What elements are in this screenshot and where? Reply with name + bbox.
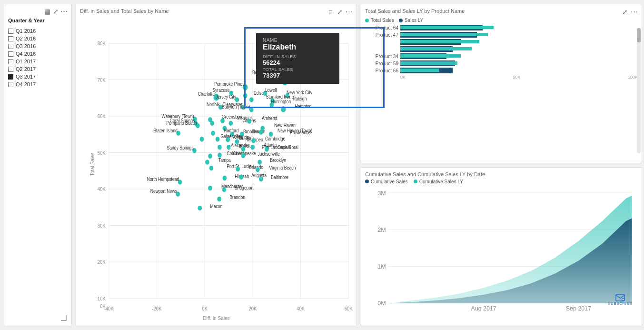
scatter-point-macon[interactable] <box>198 206 202 210</box>
slicer-label-3: Q4 2016 <box>16 51 36 57</box>
scatter-point-hartford[interactable] <box>211 130 215 135</box>
scatter-point-atlanta[interactable] <box>251 145 255 150</box>
svg-text:Huntington: Huntington <box>271 99 291 104</box>
slicer-label-7: Q4 2017 <box>16 81 36 87</box>
svg-text:Pompano Beach: Pompano Beach <box>167 120 197 126</box>
slicer-checkbox-6[interactable] <box>8 74 13 80</box>
bar-axis: 0K 50K 100K <box>365 75 638 80</box>
svg-text:60K: 60K <box>345 305 353 311</box>
scatter-x-label: Diff. in Sales <box>203 316 230 321</box>
bar-track-0[interactable] <box>400 25 630 30</box>
svg-text:Lowell: Lowell <box>265 87 277 93</box>
slicer-checkbox-0[interactable] <box>8 29 13 34</box>
slicer-item-0[interactable]: Q1 2016 <box>8 27 68 35</box>
slicer-item-1[interactable]: Q2 2016 <box>8 35 68 42</box>
scatter-point-virginiabeach[interactable] <box>256 167 260 172</box>
expand-icon[interactable]: ⤢ <box>52 8 59 15</box>
scatter-area: Total Sales <box>80 23 353 323</box>
scatter-point-rochester[interactable] <box>210 120 214 125</box>
slicer-item-3[interactable]: Q4 2016 <box>8 50 68 58</box>
scatter-point-augusta[interactable] <box>239 175 243 180</box>
scatter-point-bridgeport[interactable] <box>222 187 227 192</box>
bar-track-1[interactable] <box>400 32 630 38</box>
slicer-item-7[interactable]: Q4 2017 <box>8 80 68 88</box>
scatter-point-tampa[interactable] <box>205 160 209 164</box>
scatter-point-elizabeth[interactable] <box>330 47 337 55</box>
slicer-item-2[interactable]: Q3 2016 <box>8 42 68 50</box>
scatter-point-jacksonville[interactable] <box>241 153 246 158</box>
bar-label-0: Product 64 <box>365 25 398 30</box>
slicer-checkbox-7[interactable] <box>8 82 13 87</box>
scatter-point-portstlucie[interactable] <box>209 166 214 170</box>
scatter-point-buffalo[interactable] <box>227 145 231 150</box>
slicer-item-6[interactable]: Q3 2017 <box>8 73 68 80</box>
scatter-point-arlington[interactable] <box>216 137 220 141</box>
bar-legend-ly: Sales LY <box>399 18 423 23</box>
slicer-resize-handle[interactable] <box>61 315 67 321</box>
scatter-point-athens[interactable] <box>229 120 233 125</box>
bar-total-fill-0 <box>400 26 494 29</box>
dashboard: ▦ ⤢ ··· Quarter & Year Q1 2016Q2 2016Q3 … <box>0 0 644 330</box>
subscribe-button[interactable]: SUBSCRIBE <box>608 294 632 306</box>
bar-label-6: Product 66 <box>365 68 398 73</box>
scatter-lines-icon[interactable]: ≡ <box>327 9 334 15</box>
slicer-dots-menu[interactable]: ··· <box>61 8 68 15</box>
bar-expand-icon[interactable]: ⤢ <box>622 9 628 15</box>
svg-text:Atlanta: Atlanta <box>264 142 277 148</box>
slicer-panel: ▦ ⤢ ··· Quarter & Year Q1 2016Q2 2016Q3 … <box>4 4 72 326</box>
slicer-checkbox-1[interactable] <box>8 36 13 41</box>
bar-panel: Total Sales and Sales LY by Product Name… <box>361 4 642 163</box>
svg-text:30K: 30K <box>98 222 106 229</box>
scatter-point-durham[interactable] <box>226 137 230 142</box>
svg-text:Elizabeth: Elizabeth <box>295 45 312 50</box>
bar-row-1: Product 47 <box>365 32 630 38</box>
bar-track-5[interactable] <box>400 60 630 66</box>
slicer-checkbox-2[interactable] <box>8 44 13 49</box>
scatter-point-gainesville[interactable] <box>200 137 204 141</box>
scatter-point-orlando[interactable] <box>236 167 240 171</box>
bar-dots-menu[interactable]: ··· <box>631 9 638 15</box>
slicer-item-5[interactable]: Q2 2017 <box>8 65 68 73</box>
scatter-point-newhaven-town[interactable] <box>259 130 263 134</box>
svg-text:Providence: Providence <box>290 130 310 135</box>
scatter-point-baltimore[interactable] <box>259 177 263 181</box>
bar-track-2[interactable] <box>400 39 630 45</box>
scatter-point-charleston[interactable] <box>282 79 287 85</box>
slicer-checkbox-5[interactable] <box>8 67 13 72</box>
scatter-point-columbia[interactable] <box>208 154 212 159</box>
bar-scrollbar[interactable] <box>637 28 641 153</box>
bar-scrollbar-thumb[interactable] <box>637 28 641 42</box>
scatter-point-brooklyn[interactable] <box>258 160 262 164</box>
slicer-title: Quarter & Year <box>8 18 68 23</box>
svg-text:60K: 60K <box>98 113 106 119</box>
svg-text:Hampton: Hampton <box>295 103 311 109</box>
svg-text:Norfolk: Norfolk <box>207 101 220 107</box>
bar-legend-total-label: Total Sales <box>371 18 394 23</box>
slicer-checkbox-3[interactable] <box>8 51 13 57</box>
scatter-dots-menu[interactable]: ··· <box>346 9 353 15</box>
scatter-point-amherst[interactable] <box>248 119 252 123</box>
slicer-checkbox-4[interactable] <box>8 59 13 64</box>
scatter-point-hampton[interactable] <box>281 106 286 112</box>
scatter-point-edison[interactable] <box>243 93 248 98</box>
scatter-point-hialeah[interactable] <box>223 176 227 180</box>
slicer-toolbar: ▦ ⤢ ··· <box>8 8 68 15</box>
scatter-expand-icon[interactable]: ⤢ <box>337 9 343 15</box>
bar-legend-total-dot <box>365 19 369 22</box>
scatter-point-alexander[interactable] <box>218 145 222 150</box>
slicer-item-4[interactable]: Q1 2017 <box>8 58 68 65</box>
bar-track-4[interactable] <box>400 53 630 59</box>
bar-track-3[interactable] <box>400 46 630 52</box>
scatter-point-manchester[interactable] <box>208 186 212 190</box>
area-legend: Cumulative Sales Cumulative Sales LY <box>365 179 638 184</box>
bar-track-6[interactable] <box>400 68 630 73</box>
svg-text:40K: 40K <box>98 186 106 192</box>
scatter-point-brandon[interactable] <box>217 197 221 201</box>
grid-icon[interactable]: ▦ <box>44 8 50 15</box>
area-legend-cumly-dot <box>414 180 417 183</box>
scatter-point-chesapeake[interactable] <box>218 153 222 158</box>
scatter-point-miramar[interactable] <box>220 118 225 123</box>
scatter-point-cambridge[interactable] <box>251 138 256 143</box>
area-title: Cumulative Sales and Cumulative Sales LY… <box>365 171 638 177</box>
scatter-point-stamford[interactable] <box>249 97 254 102</box>
